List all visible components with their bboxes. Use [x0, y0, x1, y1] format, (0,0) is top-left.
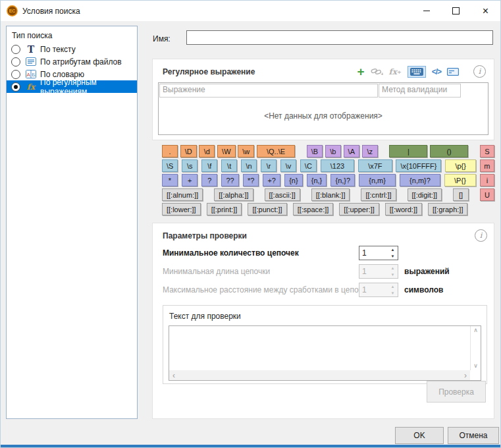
name-input[interactable] — [186, 30, 493, 45]
regex-token-button[interactable]: \b — [325, 145, 341, 157]
regex-token-button[interactable]: \r — [261, 159, 277, 172]
sidebar-item[interactable]: fxПо регулярным выражениям — [7, 80, 137, 93]
svg-text:EC: EC — [9, 9, 16, 13]
regex-token-button[interactable]: \z — [362, 145, 378, 157]
number-spinner: 1▲▼ — [359, 264, 398, 279]
title-bar: EC Условия поиска × — [1, 1, 500, 21]
regex-token-button[interactable]: \123 — [321, 159, 354, 172]
regex-token-button[interactable]: [[:alpha:]] — [214, 188, 253, 201]
maximize-button[interactable] — [441, 1, 471, 21]
regex-token-button[interactable]: * — [162, 174, 178, 186]
scroll-right-icon[interactable]: › — [464, 372, 467, 379]
radio-icon[interactable] — [11, 82, 20, 92]
scroll-left-icon[interactable]: ‹ — [172, 372, 175, 379]
regex-token-button[interactable]: ?? — [221, 174, 238, 186]
regex-token-button[interactable]: \f — [201, 159, 217, 172]
add-icon[interactable]: + — [357, 67, 365, 76]
regex-token-button[interactable]: {n,m}? — [400, 174, 440, 186]
vertical-scrollbar[interactable]: ∧ ∨ — [470, 326, 481, 370]
regex-token-button[interactable]: {n,m} — [359, 174, 396, 186]
code-view-icon[interactable]: </> — [432, 67, 441, 76]
minimize-icon — [423, 11, 430, 11]
info-icon[interactable]: i — [475, 229, 487, 242]
regex-token-button[interactable]: \C — [300, 159, 317, 172]
regex-token-button[interactable]: [] — [453, 188, 469, 201]
regex-token-button[interactable]: \A — [344, 145, 359, 157]
regex-token-button[interactable]: \s — [182, 159, 198, 172]
spinner-down-icon[interactable]: ▼ — [388, 253, 398, 260]
search-type-panel: Тип поиска TПо текстуПо атрибутам файлов… — [6, 26, 138, 419]
regex-token-button[interactable]: \p{} — [445, 159, 476, 172]
regex-token-button[interactable]: S — [480, 145, 494, 157]
regex-token-button[interactable]: [[:lower:]] — [162, 203, 201, 215]
regex-token-button[interactable]: [[:digit:]] — [408, 188, 442, 201]
regex-token-button[interactable]: \S — [162, 159, 178, 172]
regex-token-button[interactable]: \P{} — [444, 174, 476, 186]
regex-token-button[interactable]: \t — [221, 159, 237, 172]
radio-icon[interactable] — [11, 57, 20, 67]
param-label: Минимальное количество цепочек — [163, 248, 359, 258]
close-button[interactable]: × — [471, 1, 500, 21]
minimize-button[interactable] — [411, 1, 441, 21]
maximize-icon — [452, 7, 460, 14]
info-icon[interactable]: i — [473, 65, 486, 78]
regex-token-button[interactable]: [[:print:]] — [207, 203, 242, 215]
regex-token-button[interactable]: \v — [280, 159, 296, 172]
column-header-validation[interactable]: Метод валидации — [379, 84, 461, 98]
regex-token-button[interactable]: [[:graph:]] — [428, 203, 467, 215]
expression-table: Выражение Метод валидации <Нет данных дл… — [158, 82, 488, 135]
radio-icon[interactable] — [11, 70, 20, 79]
sidebar-item[interactable]: По атрибутам файлов — [7, 55, 137, 68]
cancel-button[interactable]: Отмена — [448, 427, 499, 444]
regex-token-button[interactable]: [[:upper:]] — [339, 203, 379, 215]
scroll-up-icon[interactable]: ∧ — [473, 327, 478, 333]
regex-token-button[interactable]: {n} — [284, 174, 302, 186]
regex-token-button[interactable]: \x{10FFFF} — [396, 159, 441, 172]
regex-token-button[interactable]: + — [182, 174, 198, 186]
regex-token-button[interactable]: +? — [263, 174, 280, 186]
regex-token-button[interactable]: . — [162, 145, 178, 157]
horizontal-scrollbar[interactable]: ‹ › — [169, 370, 470, 380]
regex-token-button[interactable]: [[:punct:]] — [248, 203, 286, 215]
regex-token-button[interactable]: \B — [307, 145, 323, 157]
column-header-expression[interactable]: Выражение — [159, 84, 378, 98]
param-unit-label: выражений — [404, 267, 450, 276]
close-icon: × — [483, 6, 488, 16]
regex-token-button[interactable]: {n,} — [307, 174, 327, 186]
regex-token-button[interactable]: m — [480, 159, 494, 172]
spinner-up-icon[interactable]: ▲ — [388, 246, 398, 253]
regex-token-button[interactable]: U — [480, 188, 494, 201]
regex-token-button[interactable]: \w — [238, 145, 254, 157]
regex-token-button[interactable]: [[:ascii:]] — [265, 188, 300, 201]
regex-token-button[interactable]: {n,}? — [330, 174, 355, 186]
number-spinner: 1▲▼ — [359, 283, 398, 297]
spinner-value: 1 — [359, 283, 388, 296]
regex-token-button[interactable]: \D — [180, 145, 197, 157]
param-unit-label: символов — [404, 285, 443, 294]
regex-token-button[interactable]: *? — [243, 174, 259, 186]
scroll-down-icon[interactable]: ∨ — [473, 363, 478, 369]
regex-token-button[interactable]: | — [389, 145, 427, 157]
regex-token-button[interactable]: \n — [241, 159, 257, 172]
keyboard-icon[interactable] — [408, 66, 426, 78]
radio-icon[interactable] — [11, 45, 20, 54]
number-spinner[interactable]: 1▲▼ — [359, 246, 398, 260]
test-text-input[interactable]: ∧ ∨ ‹ › — [169, 325, 481, 381]
regex-token-button[interactable]: i — [480, 174, 494, 186]
regex-token-button[interactable]: [[:word:]] — [385, 203, 422, 215]
text-field-icon[interactable] — [447, 68, 459, 76]
spinner-up-icon: ▲ — [388, 283, 398, 290]
regex-token-button[interactable]: [[:alnum:]] — [162, 188, 203, 201]
regex-token-button[interactable]: \x7F — [358, 159, 392, 172]
regex-token-button[interactable]: \d — [199, 145, 215, 157]
regex-section-title: Регулярное выражение — [163, 67, 255, 76]
regex-token-button[interactable]: () — [430, 145, 468, 157]
regex-token-button[interactable]: [[:blank:]] — [311, 188, 350, 201]
regex-token-button[interactable]: [[:space:]] — [293, 203, 334, 215]
regex-token-button[interactable]: \Q..\E — [257, 145, 295, 157]
sidebar-item[interactable]: TПо тексту — [7, 43, 137, 55]
regex-token-button[interactable]: \W — [217, 145, 235, 157]
regex-token-button[interactable]: ? — [201, 174, 217, 186]
ok-button[interactable]: OK — [395, 427, 444, 444]
regex-token-button[interactable]: [[:cntrl:]] — [361, 188, 396, 201]
